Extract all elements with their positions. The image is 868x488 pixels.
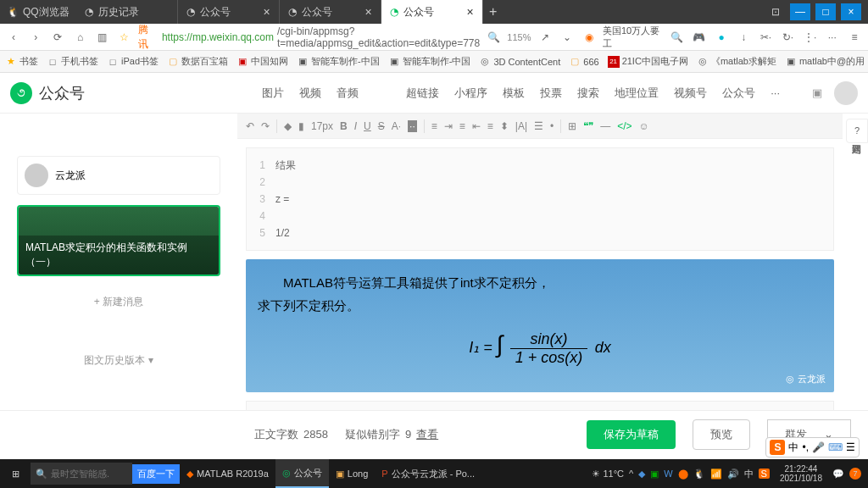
close-icon[interactable]: × [466,5,473,19]
article-card[interactable]: MATLAB求定积分的相关函数和实例（一） [17,205,220,276]
nav-more[interactable]: ··· [771,86,780,99]
tray-orange-icon[interactable]: ⬤ [678,469,688,480]
tab-history[interactable]: ◔历史记录 [76,0,178,24]
bookmark-item[interactable]: ▣智能车制作-中国 [388,55,471,68]
underline-button[interactable]: U [364,120,371,132]
tab-wechat-2[interactable]: ◔公众号× [280,0,381,24]
tray-w-icon[interactable]: W [664,469,672,479]
notification-icon[interactable]: 💬 [832,469,844,480]
user-avatar[interactable] [834,81,858,105]
minimize-button[interactable]: — [790,3,810,20]
clock[interactable]: 21:22:44 2021/10/18 [775,464,827,483]
emoji-icon[interactable]: ☺ [639,120,649,132]
save-draft-button[interactable]: 保存为草稿 [587,420,676,449]
editor-pane[interactable]: 1结果 2 3z = 4 51/2 MATLAB符号运算工具箱提供了int求不定… [237,139,868,410]
close-window-button[interactable]: × [841,3,861,20]
tray-chevron-icon[interactable]: ^ [629,469,633,479]
nav-location[interactable]: 地理位置 [615,86,659,101]
bookmark-item[interactable]: ◎《matlab求解矩 [697,55,776,68]
new-tab-button[interactable]: + [483,0,504,24]
reload-button[interactable]: ⟳ [49,28,66,47]
record-icon[interactable]: ● [713,28,730,47]
url-field[interactable]: https://mp.weixin.qq.com/cgi-bin/appmsg?… [162,25,480,49]
italic-button[interactable]: I [354,120,357,132]
tray-s-icon[interactable]: S [759,469,770,479]
tray-d-icon[interactable]: ◆ [638,469,645,480]
hamburger-icon[interactable]: ≡ [846,28,863,47]
lineheight-icon[interactable]: ⬍ [500,120,509,132]
nav-link[interactable]: 超链接 [406,86,439,101]
ime-keyboard-icon[interactable]: ⌨ [828,441,843,453]
close-icon[interactable]: × [263,5,270,19]
undo-button[interactable]: ↶ [246,120,254,132]
start-button[interactable]: ⊞ [0,459,31,488]
forward-button[interactable]: › [27,28,44,47]
home-button[interactable]: ⌂ [71,28,88,47]
bookmark-item[interactable]: ▢666 [569,56,598,68]
highlight-button[interactable]: ·· [408,120,417,132]
tray-wifi-icon[interactable]: 📶 [710,469,722,480]
chevron-down-icon[interactable]: ⌄ [559,28,576,47]
align-center-icon[interactable]: ≡ [459,120,465,132]
bookmark-item[interactable]: ▣智能车制作-中国 [297,55,380,68]
menu-icon[interactable]: ··· [824,28,841,47]
close-icon[interactable]: × [364,5,371,19]
history-dropdown[interactable]: 图文历史版本 ▾ [17,345,220,376]
new-message-button[interactable]: + 新建消息 [17,286,220,318]
news-text[interactable]: 美国10万人要工 [603,25,664,50]
zoom-icon[interactable]: 🔍 [485,28,502,47]
nav-account[interactable]: 公众号 [722,86,755,101]
redo-button[interactable]: ↷ [261,120,270,132]
nav-miniapp[interactable]: 小程序 [454,86,487,101]
baidu-button[interactable]: 百度一下 [132,464,180,484]
more-icon[interactable]: ⋮· [802,28,819,47]
fontsize-selector[interactable]: 17px [311,120,333,132]
shield-icon[interactable]: ◉ [581,28,598,47]
taskbar-app-long[interactable]: ▣Long [329,459,375,488]
taskbar-app-matlab[interactable]: ◆MATLAB R2019a [180,459,275,488]
color-button[interactable]: A· [392,120,401,132]
ime-mic-icon[interactable]: 🎤 [812,441,825,453]
search-icon[interactable]: 🔍 [669,28,686,47]
taskbar-app-ppt[interactable]: P公众号云龙派 - Po... [375,459,481,488]
tab-wechat-active[interactable]: ◔公众号× [381,0,483,24]
outdent-icon[interactable]: ⇤ [472,120,481,132]
share-icon[interactable]: ↗ [536,28,553,47]
nav-channels[interactable]: 视频号 [674,86,707,101]
save-icon[interactable]: ▣ [812,86,822,99]
bookmark-item[interactable]: □iPad书签 [107,55,159,68]
bold-button[interactable]: B [340,120,348,132]
ime-punct-icon[interactable]: •, [802,441,809,453]
menu-icon[interactable]: ⊡ [766,3,785,21]
profile-card[interactable]: 云龙派 [17,156,220,195]
bullet-icon[interactable]: • [550,120,554,132]
maximize-button[interactable]: □ [815,3,836,20]
code-icon[interactable]: </> [617,120,632,132]
quote-icon[interactable]: ❝❞ [583,120,593,132]
tray-n-icon[interactable]: ▣ [650,469,659,480]
nav-template[interactable]: 模板 [503,86,525,101]
bookmark-item[interactable]: 2121IC中国电子网 [608,55,688,68]
nav-search[interactable]: 搜索 [577,86,599,101]
nav-vote[interactable]: 投票 [540,86,562,101]
tab-wechat-1[interactable]: ◔公众号× [178,0,280,24]
search-input[interactable] [51,469,110,479]
preview-button[interactable]: 预览 [693,419,750,450]
taskbar-search[interactable]: 🔍 [31,463,132,485]
weather-widget[interactable]: ☀ 11°C [592,469,624,480]
ime-lang[interactable]: 中 [788,441,798,455]
nav-video[interactable]: 视频 [299,86,321,101]
indent-icon[interactable]: ⇥ [444,120,453,132]
table-icon[interactable]: ⊞ [568,120,576,132]
back-button[interactable]: ‹ [5,28,22,47]
nav-audio[interactable]: 音频 [337,86,359,101]
bookmark-item[interactable]: □手机书签 [47,55,98,68]
bookmark-item[interactable]: ▢数据百宝箱 [167,55,228,68]
spacing-icon[interactable]: |A| [515,120,527,132]
tray-ime-icon[interactable]: 中 [744,468,754,480]
check-link[interactable]: 查看 [416,427,438,442]
download-icon[interactable]: ↓ [735,28,752,47]
strike-button[interactable]: S [378,120,385,132]
bookmark-item[interactable]: ▣matlab中@的用 [785,55,865,68]
divider-icon[interactable]: — [600,120,610,132]
